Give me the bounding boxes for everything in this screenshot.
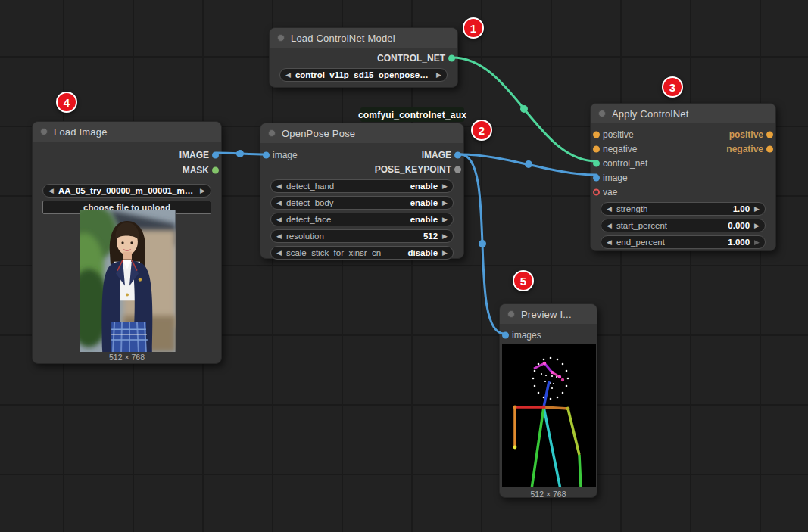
mask-output-slot[interactable] — [212, 167, 219, 174]
next-arrow-icon[interactable]: ▶ — [442, 200, 448, 207]
slot-label-negative-out: negative — [726, 144, 763, 154]
image-size-caption: 512 × 768 — [500, 490, 597, 499]
prev-arrow-icon[interactable]: ◀ — [276, 233, 282, 240]
load-controlnet-title-bar[interactable]: Load ControlNet Model — [270, 28, 457, 48]
wire-image-openpose-to-apply — [460, 154, 597, 175]
image-file-combo[interactable]: ◀ AA_05_try_00000_m_00001_m.jpg ▶ — [42, 184, 211, 198]
widget-start-percent[interactable]: ◀ start_percent 0.000 ▶ — [601, 219, 766, 232]
link-midpoint-dot[interactable] — [479, 240, 486, 247]
slot-label-control-net: control_net — [603, 158, 647, 169]
images-input-slot[interactable] — [502, 332, 509, 339]
collapse-dot-icon[interactable] — [268, 129, 276, 137]
widget-value: 0.000 — [728, 221, 750, 230]
next-arrow-icon[interactable]: ▶ — [754, 206, 760, 213]
step-badge-4: 4 — [56, 92, 77, 113]
next-arrow-icon[interactable]: ▶ — [442, 233, 448, 240]
prev-arrow-icon[interactable]: ◀ — [276, 183, 282, 190]
control-net-input-slot[interactable] — [593, 160, 600, 166]
slot-label-image-out: IMAGE — [179, 150, 209, 160]
widget-detect-face[interactable]: ◀ detect_face enable ▶ — [270, 213, 454, 226]
photo-illustration — [80, 210, 176, 352]
node-openpose-pose[interactable]: OpenPose Pose image IMAGE POSE_KEYPOINT … — [260, 123, 464, 259]
widget-detect-hand[interactable]: ◀ detect_hand enable ▶ — [270, 179, 454, 193]
node-load-image[interactable]: Load Image IMAGE MASK ◀ AA_05_try_00000_… — [32, 121, 222, 364]
widget-value: enable — [410, 215, 438, 224]
image-size-caption: 512 × 768 — [33, 353, 221, 362]
node-apply-controlnet[interactable]: Apply ControlNet positive positive negat… — [590, 103, 776, 251]
widget-resolution[interactable]: ◀ resolution 512 ▶ — [270, 229, 454, 243]
widget-value: enable — [410, 182, 438, 191]
next-arrow-icon[interactable]: ▶ — [436, 72, 441, 79]
image-input-slot[interactable] — [593, 174, 600, 181]
prev-arrow-icon[interactable]: ◀ — [276, 250, 282, 257]
node-graph-canvas[interactable]: Load ControlNet Model CONTROL_NET ◀ cont… — [0, 0, 808, 532]
pose-preview-image[interactable] — [502, 344, 596, 487]
wire-image-load-to-openpose — [217, 153, 266, 154]
slot-label-images: images — [512, 330, 541, 341]
vae-input-slot[interactable] — [593, 188, 600, 195]
next-arrow-icon[interactable]: ▶ — [754, 239, 760, 246]
negative-input-slot[interactable] — [593, 145, 600, 152]
negative-output-slot[interactable] — [766, 145, 773, 152]
prev-arrow-icon[interactable]: ◀ — [276, 216, 282, 223]
link-midpoint-dot[interactable] — [520, 105, 528, 113]
pose-keypoint-output-slot[interactable] — [454, 166, 461, 173]
openpose-title-bar[interactable]: OpenPose Pose — [260, 123, 463, 143]
step-badge-5: 5 — [513, 270, 534, 291]
prev-arrow-icon[interactable]: ◀ — [276, 200, 282, 207]
node-title: Load Image — [54, 126, 108, 138]
image-output-slot[interactable] — [454, 151, 461, 158]
prev-arrow-icon[interactable]: ◀ — [607, 239, 612, 246]
prev-arrow-icon[interactable]: ◀ — [285, 72, 291, 79]
node-title: Apply ControlNet — [612, 108, 688, 120]
next-arrow-icon[interactable]: ▶ — [442, 250, 448, 257]
widget-strength[interactable]: ◀ strength 1.00 ▶ — [601, 202, 766, 216]
widget-label: strength — [616, 204, 648, 213]
collapse-dot-icon[interactable] — [598, 110, 606, 117]
prev-arrow-icon[interactable]: ◀ — [607, 222, 612, 229]
slot-label-positive-out: positive — [729, 129, 763, 140]
widget-value: enable — [410, 198, 438, 207]
next-arrow-icon[interactable]: ▶ — [442, 183, 448, 190]
widget-label: detect_body — [286, 198, 334, 207]
controlnet-model-combo[interactable]: ◀ control_v11p_sd15_openpose_f ... ▶ — [279, 68, 448, 82]
link-midpoint-dot[interactable] — [525, 160, 532, 168]
collapse-dot-icon[interactable] — [507, 310, 515, 318]
preview-image-title-bar[interactable]: Preview I... — [500, 304, 597, 324]
positive-output-slot[interactable] — [766, 131, 773, 138]
step-badge-3: 3 — [662, 76, 683, 98]
next-arrow-icon[interactable]: ▶ — [442, 216, 448, 223]
step-badge-1: 1 — [463, 17, 484, 39]
widget-detect-body[interactable]: ◀ detect_body enable ▶ — [270, 196, 454, 210]
next-arrow-icon[interactable]: ▶ — [200, 188, 205, 194]
widget-value: 512 — [423, 232, 438, 241]
loaded-image-preview[interactable] — [80, 210, 176, 352]
node-title: OpenPose Pose — [282, 128, 355, 139]
apply-controlnet-title-bar[interactable]: Apply ControlNet — [591, 104, 775, 123]
node-source-badge: comfyui_controlnet_aux — [360, 107, 464, 122]
collapse-dot-icon[interactable] — [40, 128, 48, 135]
widget-label: detect_face — [286, 215, 331, 224]
next-arrow-icon[interactable]: ▶ — [754, 222, 760, 229]
prev-arrow-icon[interactable]: ◀ — [607, 206, 612, 213]
slot-label-image: image — [603, 173, 628, 183]
node-preview-image[interactable]: Preview I... images — [499, 303, 597, 498]
slot-label-negative: negative — [603, 144, 637, 154]
collapse-dot-icon[interactable] — [277, 34, 285, 42]
slot-label-pose-keypoint: POSE_KEYPOINT — [375, 164, 451, 175]
positive-input-slot[interactable] — [593, 131, 600, 138]
widget-label: end_percent — [616, 238, 665, 247]
widget-label: resolution — [286, 232, 324, 241]
load-image-title-bar[interactable]: Load Image — [33, 122, 221, 142]
slot-label-image-out: IMAGE — [422, 150, 451, 160]
image-file-value: AA_05_try_00000_m_00001_m.jpg — [58, 186, 195, 195]
node-load-controlnet-model[interactable]: Load ControlNet Model CONTROL_NET ◀ cont… — [269, 27, 458, 88]
control-net-output-slot[interactable] — [448, 54, 455, 61]
widget-label: start_percent — [616, 221, 667, 230]
image-output-slot[interactable] — [212, 152, 219, 159]
image-input-slot[interactable] — [263, 151, 270, 158]
prev-arrow-icon[interactable]: ◀ — [48, 188, 54, 194]
link-midpoint-dot[interactable] — [236, 150, 244, 157]
widget-end-percent[interactable]: ◀ end_percent 1.000 ▶ — [601, 235, 766, 249]
widget-scale-stick[interactable]: ◀ scale_stick_for_xinsr_cn disable ▶ — [270, 246, 454, 260]
